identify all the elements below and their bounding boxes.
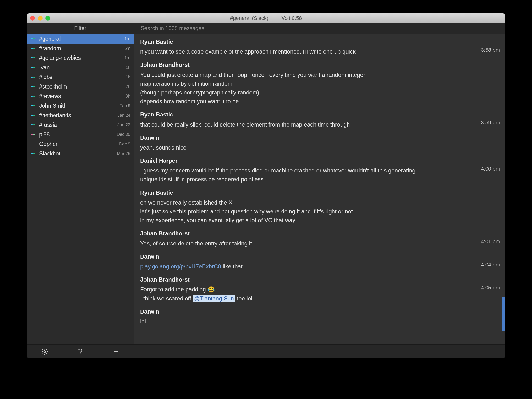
message-line: yeah, sounds nice — [140, 143, 432, 152]
channel-timestamp: 1m — [124, 56, 130, 61]
message-timestamp: 4:00 pm — [481, 165, 500, 173]
sidebar-item[interactable]: Ivan 1h — [27, 63, 134, 72]
message-line: map iteration is by definition random — [140, 79, 432, 88]
message-link[interactable]: play.golang.org/p/pxH7eExbrC8 — [140, 263, 221, 270]
footer-controls: ? + — [27, 345, 134, 358]
message-group: Darwinyeah, sounds nice — [140, 133, 499, 152]
svg-rect-42 — [32, 132, 33, 134]
help-button[interactable]: ? — [63, 345, 98, 358]
slack-icon — [30, 65, 36, 70]
channel-name: pl88 — [39, 131, 117, 138]
slack-icon — [30, 36, 36, 42]
sidebar-item[interactable]: #stockholm 2h — [27, 82, 134, 91]
message-group: Johan Brandhorst4:05 pmForgot to add the… — [140, 275, 499, 303]
sidebar-item[interactable]: pl88 Dec 30 — [27, 130, 134, 139]
message-timestamp: 4:01 pm — [481, 238, 500, 246]
svg-rect-34 — [32, 113, 33, 115]
svg-rect-18 — [32, 75, 33, 77]
svg-rect-9 — [33, 57, 35, 58]
message-input[interactable] — [134, 345, 505, 358]
svg-rect-22 — [32, 84, 33, 86]
message-line: (though perhaps not cryptographically ra… — [140, 88, 432, 97]
sidebar-item[interactable]: #reviews 3h — [27, 91, 134, 101]
close-window-button[interactable] — [30, 16, 35, 21]
svg-rect-5 — [33, 48, 35, 49]
filter-input[interactable]: Filter — [27, 23, 134, 34]
message-timestamp: 3:59 pm — [481, 119, 500, 127]
maximize-window-button[interactable] — [45, 16, 50, 21]
sidebar-item[interactable]: John Smith Feb 9 — [27, 101, 134, 111]
message-line: that could be really slick, could delete… — [140, 120, 432, 129]
svg-rect-33 — [33, 115, 35, 116]
svg-rect-17 — [33, 76, 35, 77]
channel-timestamp: Feb 9 — [119, 103, 130, 108]
user-mention[interactable]: @Tiantang Sun — [193, 295, 235, 302]
channel-name: #stockholm — [39, 83, 126, 90]
message-group: Johan BrandhorstYou could just create a … — [140, 60, 499, 106]
svg-rect-49 — [33, 153, 35, 154]
message-group: Daniel Harper4:00 pmI guess my concern w… — [140, 156, 499, 184]
message-line: Yes, of course delete the entry after ta… — [140, 239, 432, 248]
message-group: Darwinlol — [140, 307, 499, 326]
slack-icon — [30, 93, 36, 99]
svg-rect-50 — [32, 152, 33, 153]
message-line: You could just create a map and then loo… — [140, 70, 432, 79]
svg-rect-32 — [31, 115, 33, 116]
sidebar-item[interactable]: #jobs 1h — [27, 72, 134, 82]
add-button[interactable]: + — [98, 345, 134, 358]
message-group: Darwin4:04 pmplay.golang.org/p/pxH7eExbr… — [140, 252, 499, 271]
channel-timestamp: Mar 29 — [117, 151, 130, 156]
sidebar-item[interactable]: #general 1m — [27, 34, 134, 44]
sidebar-item[interactable]: Slackbot Mar 29 — [27, 149, 134, 158]
svg-rect-2 — [32, 37, 33, 38]
svg-rect-4 — [31, 48, 33, 49]
channel-timestamp: 1h — [126, 65, 130, 70]
sidebar-item[interactable]: Gopher Dec 9 — [27, 139, 134, 149]
sidebar-item[interactable]: #russia Jan 22 — [27, 120, 134, 130]
channel-name: #general — [39, 36, 124, 42]
settings-button[interactable] — [27, 345, 63, 358]
svg-rect-29 — [33, 105, 35, 106]
minimize-window-button[interactable] — [38, 16, 43, 21]
message-timestamp: 4:05 pm — [481, 284, 500, 292]
svg-rect-16 — [31, 76, 33, 77]
slack-icon — [30, 55, 36, 61]
channel-name: John Smith — [39, 103, 119, 109]
svg-rect-20 — [31, 86, 33, 87]
channel-timestamp: Dec 30 — [117, 132, 130, 137]
svg-rect-26 — [32, 94, 33, 96]
slack-icon — [30, 141, 36, 147]
channel-name: #reviews — [39, 93, 126, 100]
scrollbar-thumb[interactable] — [502, 297, 505, 331]
message-line: play.golang.org/p/pxH7eExbrC8 like that — [140, 262, 432, 271]
search-input[interactable]: Search in 1065 messages — [134, 23, 505, 34]
message-author: Darwin — [140, 133, 499, 142]
svg-rect-36 — [31, 124, 33, 125]
channel-name: #random — [39, 45, 124, 52]
svg-rect-31 — [32, 106, 33, 108]
svg-rect-3 — [32, 39, 33, 41]
app-window: #general (Slack) | Volt 0.58 Filter Sear… — [27, 13, 505, 358]
channel-timestamp: 5m — [124, 46, 130, 51]
message-line: I guess my concern would be if the proce… — [140, 166, 432, 184]
gear-icon — [41, 348, 48, 355]
sidebar-item[interactable]: #golang-newbies 1m — [27, 53, 134, 63]
svg-rect-38 — [32, 123, 33, 125]
svg-rect-47 — [32, 144, 33, 146]
message-author: Ryan Bastic — [140, 188, 499, 197]
slack-icon — [30, 45, 36, 51]
svg-rect-35 — [32, 115, 33, 117]
svg-rect-43 — [32, 135, 33, 137]
svg-rect-7 — [32, 49, 33, 51]
message-author: Ryan Bastic — [140, 37, 499, 46]
main-body: #general 1m #random 5m #golang-newbies 1… — [27, 34, 505, 344]
sidebar-item[interactable]: #netherlands Jan 24 — [27, 111, 134, 120]
message-list[interactable]: Ryan Bastic3:58 pmif you want to see a c… — [134, 34, 505, 344]
svg-rect-51 — [32, 154, 33, 156]
svg-rect-24 — [31, 96, 33, 97]
svg-rect-39 — [32, 125, 33, 127]
sidebar-item[interactable]: #random 5m — [27, 44, 134, 53]
channel-timestamp: 1h — [126, 75, 130, 80]
svg-rect-27 — [32, 96, 33, 98]
message-group: Ryan Bastic3:59 pmthat could be really s… — [140, 110, 499, 129]
